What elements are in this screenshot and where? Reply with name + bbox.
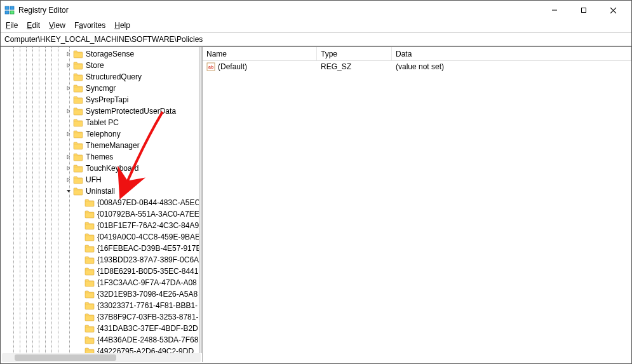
tree-node[interactable]: Telephony (1, 128, 202, 140)
folder-icon (73, 118, 83, 127)
regedit-icon (4, 5, 15, 15)
menu-favorites[interactable]: Favorites (74, 21, 105, 30)
scrollbar-thumb[interactable] (15, 354, 116, 361)
chevron-right-icon[interactable] (64, 177, 73, 182)
value-data: (value not set) (392, 62, 631, 71)
folder-icon (84, 313, 95, 321)
maximize-button[interactable] (569, 1, 598, 20)
tree-node-label: {44B36ADE-2488-53DA-7F68 (97, 335, 198, 344)
folder-icon (73, 95, 83, 104)
tree-node[interactable]: {44B36ADE-2488-53DA-7F68 (1, 334, 202, 346)
column-data[interactable]: Data (392, 47, 631, 60)
tree-node-label: Syncmgr (86, 84, 116, 93)
menu-help[interactable]: Help (114, 21, 130, 30)
tree-node[interactable]: SystemProtectedUserData (1, 105, 202, 117)
chevron-right-icon[interactable] (64, 63, 73, 68)
tree-node-label: Themes (86, 152, 113, 161)
tree-node[interactable]: {33023371-7761-4F81-BBB1- (1, 300, 202, 311)
chevron-down-icon[interactable] (64, 189, 73, 194)
tree-list[interactable]: StorageSenseStore StructuredQuerySyncmgr… (1, 47, 202, 353)
tree-node[interactable]: StorageSense (1, 48, 202, 60)
tree-node[interactable]: StructuredQuery (1, 71, 202, 83)
value-name: (Default) (218, 62, 247, 71)
svg-rect-5 (582, 8, 586, 13)
tree-node-label: SysPrepTapi (86, 95, 128, 104)
folder-icon (84, 255, 95, 264)
tree-node[interactable]: TouchKeyboard (1, 163, 202, 174)
tree-node[interactable]: {16FEBEAC-D39B-4E57-917E (1, 243, 202, 254)
tree-node[interactable]: Syncmgr (1, 83, 202, 94)
tree-node[interactable]: SysPrepTapi (1, 94, 202, 105)
tree-pane[interactable]: StorageSenseStore StructuredQuerySyncmgr… (1, 47, 203, 362)
tree-node[interactable]: Themes (1, 151, 202, 163)
folder-icon (73, 175, 83, 184)
folder-icon (73, 107, 83, 116)
chevron-right-icon[interactable] (64, 86, 73, 91)
tree-node[interactable]: {37B8F9C7-03FB-3253-8781- (1, 311, 202, 323)
tree-node[interactable]: Tablet PC (1, 117, 202, 128)
folder-icon (73, 141, 83, 150)
tree-node-label: {49226795-A2D6-49C2-9DD (97, 347, 194, 353)
menu-edit[interactable]: Edit (27, 21, 40, 30)
svg-rect-2 (5, 11, 9, 14)
value-type: REG_SZ (317, 62, 392, 71)
tree-node[interactable]: Uninstall (1, 185, 202, 197)
tree-horizontal-scrollbar[interactable] (2, 353, 201, 362)
folder-icon (84, 278, 95, 287)
tree-node[interactable]: {010792BA-551A-3AC0-A7EE (1, 208, 202, 220)
values-pane[interactable]: Name Type Data ab(Default)REG_SZ(value n… (203, 47, 631, 362)
tree-node-label: TouchKeyboard (86, 164, 138, 173)
menu-file[interactable]: F/*noop*/ile (6, 21, 18, 30)
folder-icon (84, 301, 95, 310)
tree-node-label: {431DAB3C-37EF-4BDF-B2D (97, 324, 198, 333)
folder-icon (84, 198, 95, 207)
tree-node-label: {37B8F9C7-03FB-3253-8781- (97, 313, 198, 321)
svg-rect-3 (10, 11, 14, 14)
values-list[interactable]: ab(Default)REG_SZ(value not set) (203, 61, 631, 362)
folder-icon (73, 187, 83, 196)
tree-node[interactable]: UFH (1, 174, 202, 185)
tree-node[interactable]: {008A97ED-0B44-483C-A5EC (1, 197, 202, 208)
folder-icon (73, 50, 83, 58)
folder-icon (84, 290, 95, 299)
tree-node-label: {1D8E6291-B0D5-35EC-8441 (97, 267, 198, 276)
tree-node[interactable]: {49226795-A2D6-49C2-9DD (1, 346, 202, 353)
chevron-right-icon[interactable] (64, 51, 73, 57)
folder-icon (73, 130, 83, 138)
tree-node[interactable]: {32D1E9B3-7098-4E26-A5A8 (1, 288, 202, 300)
tree-node[interactable]: Store (1, 60, 202, 71)
menu-view[interactable]: View (49, 21, 65, 30)
pane-resize-handle[interactable] (199, 47, 202, 353)
column-type[interactable]: Type (317, 47, 392, 60)
chevron-right-icon[interactable] (64, 166, 73, 171)
chevron-right-icon[interactable] (64, 154, 73, 159)
tree-node[interactable]: {431DAB3C-37EF-4BDF-B2D (1, 323, 202, 334)
close-button[interactable] (598, 1, 628, 20)
tree-node-label: {01BF1E7F-76A2-4C3C-84A9 (97, 221, 199, 230)
folder-icon (84, 233, 95, 241)
tree-node-label: Telephony (86, 130, 121, 138)
minimize-button[interactable] (540, 1, 569, 20)
tree-node-label: {010792BA-551A-3AC0-A7EE (97, 210, 199, 219)
window-controls (540, 1, 628, 20)
tree-node-label: {0419A0C0-4CC8-459E-9BAE (97, 233, 200, 241)
tree-node[interactable]: ThemeManager (1, 140, 202, 151)
address-bar[interactable]: Computer\HKEY_LOCAL_MACHINE\SOFTWARE\Pol… (1, 32, 631, 46)
tree-node[interactable]: {0419A0C0-4CC8-459E-9BAE (1, 231, 202, 243)
tree-node[interactable]: {1F3C3AAC-9F7A-47DA-A08 (1, 277, 202, 288)
tree-node[interactable]: {01BF1E7F-76A2-4C3C-84A9 (1, 220, 202, 231)
folder-icon (73, 61, 83, 70)
value-row[interactable]: ab(Default)REG_SZ(value not set) (203, 61, 631, 72)
folder-icon (84, 324, 95, 333)
string-value-icon: ab (206, 62, 215, 71)
chevron-right-icon[interactable] (64, 109, 73, 114)
chevron-right-icon[interactable] (64, 131, 73, 137)
tree-node-label: ThemeManager (86, 141, 140, 150)
tree-node-label: Store (86, 61, 104, 70)
tree-node-label: StructuredQuery (86, 72, 142, 81)
window-title: Registry Editor (18, 6, 69, 15)
tree-node[interactable]: {1D8E6291-B0D5-35EC-8441 (1, 266, 202, 277)
column-name[interactable]: Name (203, 47, 317, 60)
tree-node[interactable]: {193BDD23-87A7-389F-0C6A (1, 254, 202, 266)
tree-node-label: {32D1E9B3-7098-4E26-A5A8 (97, 290, 198, 299)
